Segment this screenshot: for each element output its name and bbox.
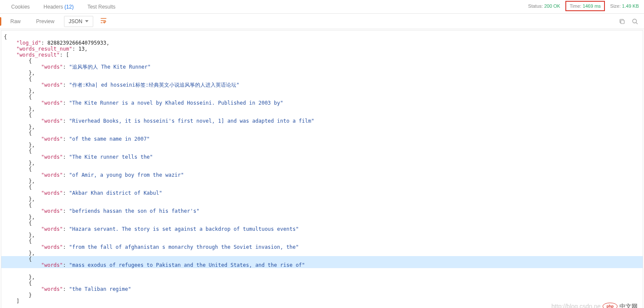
search-icon <box>632 18 638 25</box>
svg-point-2 <box>633 19 637 23</box>
status-value: 200 OK <box>544 3 560 9</box>
size-group: Size: 1.49 KB <box>610 3 639 9</box>
watermark-url: http://blog.csdn.ne <box>552 303 601 308</box>
copy-button[interactable] <box>618 18 626 25</box>
size-value: 1.49 KB <box>622 3 639 9</box>
preview-button[interactable]: Preview <box>30 16 61 27</box>
raw-button[interactable]: Raw <box>4 16 27 27</box>
watermark: http://blog.csdn.ne php 中文网 <box>552 302 638 308</box>
response-toolbar: Raw Preview JSON <box>0 14 644 29</box>
tab-headers-label: Headers <box>43 4 63 10</box>
tabs-container: Cookies Headers (12) Test Results <box>4 0 122 13</box>
active-indicator <box>0 17 1 26</box>
size-label: Size: <box>610 3 620 9</box>
response-tab-bar: Cookies Headers (12) Test Results Status… <box>0 0 644 14</box>
wrap-lines-button[interactable] <box>97 15 110 28</box>
watermark-cn: 中文网 <box>620 303 638 308</box>
search-button[interactable] <box>631 18 639 25</box>
time-value: 1469 ms <box>583 3 601 9</box>
tab-cookies[interactable]: Cookies <box>4 0 37 13</box>
time-label: Time: <box>570 3 581 9</box>
json-format-dropdown[interactable]: JSON <box>64 16 93 27</box>
copy-icon <box>619 18 626 25</box>
json-body[interactable]: { "log_id": 8288239266640795933, "words_… <box>1 30 643 308</box>
chevron-down-icon <box>85 20 89 22</box>
wrap-icon <box>100 17 107 24</box>
svg-text:php: php <box>607 304 614 308</box>
status-bar: Status: 200 OK Time: 1469 ms Size: 1.49 … <box>528 3 639 9</box>
status-label: Status: <box>528 3 543 9</box>
svg-rect-1 <box>621 20 624 24</box>
json-pre: { "log_id": 8288239266640795933, "words_… <box>4 34 640 304</box>
time-group-highlighted: Time: 1469 ms <box>565 1 605 11</box>
tab-test-results[interactable]: Test Results <box>80 0 122 13</box>
toolbar-right <box>618 18 639 25</box>
php-badge-icon: php <box>602 302 618 308</box>
status-group: Status: 200 OK <box>528 3 560 9</box>
json-label: JSON <box>69 18 82 24</box>
tab-headers[interactable]: Headers (12) <box>37 0 80 13</box>
svg-line-3 <box>636 22 638 24</box>
tab-headers-count: (12) <box>64 4 73 10</box>
